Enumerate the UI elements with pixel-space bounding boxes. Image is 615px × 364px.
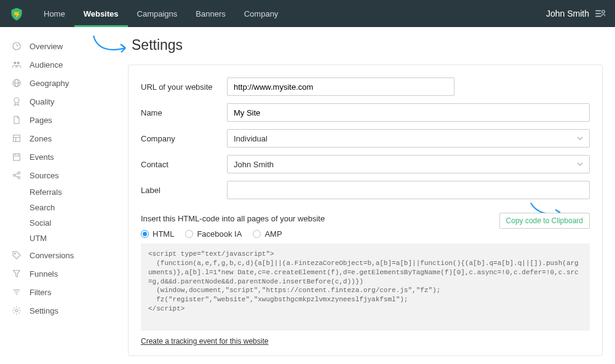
svg-point-15 bbox=[14, 253, 15, 254]
radio-icon bbox=[185, 230, 193, 238]
nav-home[interactable]: Home bbox=[34, 0, 74, 27]
svg-point-3 bbox=[602, 10, 605, 14]
tag-icon bbox=[11, 250, 22, 261]
svg-rect-11 bbox=[14, 154, 20, 160]
svg-point-5 bbox=[14, 61, 16, 64]
label-label: Label bbox=[141, 186, 227, 195]
app-logo-icon bbox=[10, 7, 23, 20]
filter-icon bbox=[11, 287, 22, 298]
calendar-icon bbox=[11, 151, 22, 162]
sidebar: Overview Audience Geography Quality Page… bbox=[0, 27, 123, 364]
sidebar-sub-referrals[interactable]: Referrals bbox=[0, 184, 123, 200]
radio-facebook-ia[interactable]: Facebook IA bbox=[185, 229, 242, 239]
svg-point-16 bbox=[15, 309, 18, 312]
gauge-icon bbox=[11, 41, 22, 52]
people-icon bbox=[11, 59, 22, 70]
svg-rect-2 bbox=[595, 16, 601, 17]
sidebar-item-sources[interactable]: Sources bbox=[0, 166, 123, 184]
funnel-icon bbox=[11, 268, 22, 279]
user-menu[interactable]: John Smith bbox=[546, 8, 605, 19]
company-label: Company bbox=[141, 134, 227, 143]
code-snippet[interactable]: <script type="text/javascript"> (functio… bbox=[141, 243, 590, 331]
sidebar-item-filters[interactable]: Filters bbox=[0, 283, 123, 301]
sidebar-item-zones[interactable]: Zones bbox=[0, 129, 123, 148]
page-title: Settings bbox=[132, 37, 603, 53]
main-content: Settings URL of your website Name Compan… bbox=[123, 27, 615, 364]
user-name: John Smith bbox=[546, 9, 589, 18]
name-label: Name bbox=[141, 108, 227, 117]
sidebar-item-pages[interactable]: Pages bbox=[0, 111, 123, 129]
svg-point-4 bbox=[13, 42, 20, 50]
radio-amp[interactable]: AMP bbox=[253, 229, 282, 239]
sidebar-item-events[interactable]: Events bbox=[0, 148, 123, 166]
badge-icon bbox=[11, 96, 22, 107]
sidebar-item-conversions[interactable]: Conversions bbox=[0, 246, 123, 264]
page-icon bbox=[11, 114, 22, 125]
sidebar-item-settings[interactable]: Settings bbox=[0, 301, 123, 320]
company-select[interactable]: Individual bbox=[227, 129, 590, 148]
sidebar-item-audience[interactable]: Audience bbox=[0, 55, 123, 74]
user-menu-icon bbox=[594, 8, 605, 19]
contact-label: Contact bbox=[141, 160, 227, 169]
hint-arrow-icon bbox=[91, 33, 132, 55]
radio-icon bbox=[141, 230, 149, 238]
radio-html[interactable]: HTML bbox=[141, 229, 174, 239]
nav-campaigns[interactable]: Campaigns bbox=[128, 0, 187, 27]
chevron-down-icon bbox=[577, 135, 583, 141]
sidebar-sub-utm[interactable]: UTM bbox=[0, 231, 123, 246]
globe-icon bbox=[11, 77, 22, 89]
sidebar-sub-social[interactable]: Social bbox=[0, 215, 123, 231]
code-section: Insert this HTML-code into all pages of … bbox=[141, 214, 590, 346]
sidebar-item-quality[interactable]: Quality bbox=[0, 92, 123, 111]
create-tracking-event-link[interactable]: Create a tracking event for this website bbox=[141, 337, 268, 346]
nav-banners[interactable]: Banners bbox=[186, 0, 234, 27]
label-input[interactable] bbox=[227, 181, 590, 199]
nav-company[interactable]: Company bbox=[235, 0, 288, 27]
chevron-down-icon bbox=[577, 161, 583, 167]
sidebar-item-geography[interactable]: Geography bbox=[0, 74, 123, 92]
url-input[interactable] bbox=[227, 77, 454, 96]
settings-panel: URL of your website Name Company Individ… bbox=[128, 65, 603, 356]
svg-point-6 bbox=[17, 61, 20, 64]
svg-rect-1 bbox=[595, 13, 601, 14]
svg-point-9 bbox=[14, 98, 19, 103]
sidebar-item-funnels[interactable]: Funnels bbox=[0, 264, 123, 283]
share-icon bbox=[11, 170, 22, 181]
top-navigation: Home Websites Campaigns Banners Company … bbox=[0, 0, 615, 27]
name-input[interactable] bbox=[227, 103, 590, 122]
nav-websites[interactable]: Websites bbox=[74, 0, 128, 27]
gear-icon bbox=[11, 305, 22, 316]
layout-icon bbox=[11, 133, 22, 144]
sidebar-sub-search[interactable]: Search bbox=[0, 200, 123, 215]
radio-icon bbox=[253, 230, 261, 238]
url-label: URL of your website bbox=[141, 82, 227, 92]
contact-select[interactable]: John Smith bbox=[227, 155, 590, 173]
svg-rect-0 bbox=[595, 10, 601, 12]
copy-code-button[interactable]: Copy code to Clipboard bbox=[499, 213, 590, 229]
svg-rect-10 bbox=[14, 135, 20, 142]
